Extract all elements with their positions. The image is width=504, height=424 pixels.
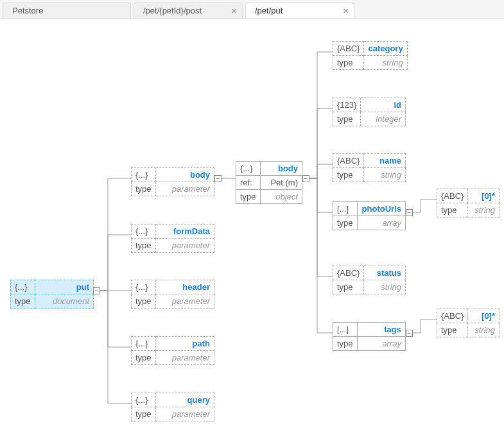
row-val: array	[358, 337, 406, 351]
node-tags[interactable]: [...]tags typearray	[333, 322, 406, 351]
toggle-icon[interactable]: −	[406, 330, 413, 337]
type-icon: {...}	[132, 393, 156, 407]
row-key: type	[333, 56, 364, 70]
row-key: type	[333, 112, 361, 126]
close-icon[interactable]: ×	[343, 3, 349, 19]
tab-label: /pet/put	[255, 6, 282, 15]
row-key: type	[132, 182, 156, 196]
toggle-icon[interactable]: −	[302, 175, 309, 182]
type-icon: {ABC}	[437, 189, 468, 203]
node-put[interactable]: {...}put typedocument	[10, 280, 94, 309]
node-param-query[interactable]: {...}query typeparameter	[131, 393, 214, 421]
type-icon: {...}	[132, 225, 156, 239]
node-name: status	[364, 266, 406, 280]
toggle-icon[interactable]: −	[93, 287, 100, 294]
toggle-icon[interactable]: −	[406, 209, 413, 216]
node-name: query	[156, 393, 214, 407]
type-icon: {ABC}	[437, 309, 468, 323]
row-val: object	[261, 190, 302, 204]
row-val: parameter	[156, 182, 214, 196]
node-category[interactable]: {ABC}category typestring	[333, 41, 406, 70]
node-body[interactable]: {...}body ref:Pet (m) typeobject	[236, 161, 302, 204]
tab-root[interactable]: Petstore	[3, 3, 131, 18]
node-name: put	[35, 280, 94, 294]
node-status[interactable]: {ABC}status typestring	[333, 266, 406, 294]
row-val: array	[358, 216, 406, 230]
type-icon: {...}	[132, 337, 156, 351]
tab-label: Petstore	[12, 6, 43, 15]
row-val: string	[468, 323, 500, 337]
connectors	[0, 19, 504, 424]
type-icon: {...}	[11, 280, 35, 294]
row-val: parameter	[156, 351, 214, 365]
type-icon: {...}	[236, 162, 261, 176]
node-id[interactable]: {123}id typeinteger	[333, 98, 406, 126]
type-icon: {...}	[132, 280, 156, 294]
node-name-field[interactable]: {ABC}name typestring	[333, 153, 406, 182]
node-name: body	[156, 168, 214, 182]
node-photourls[interactable]: [...]photoUrls typearray	[333, 201, 406, 230]
node-name: tags	[358, 323, 406, 337]
node-photourls-item[interactable]: {ABC}[0]* typestring	[437, 189, 500, 217]
row-val: string	[468, 203, 500, 217]
row-key: type	[333, 337, 358, 351]
type-icon: {ABC}	[333, 266, 364, 280]
node-name: body	[261, 162, 302, 176]
node-name: photoUrls	[358, 202, 406, 216]
node-name: [0]*	[468, 189, 500, 203]
node-param-formdata[interactable]: {...}formData typeparameter	[131, 224, 214, 253]
row-val: parameter	[156, 239, 214, 253]
row-val: Pet (m)	[261, 176, 302, 190]
row-val: string	[364, 168, 406, 182]
node-name: name	[364, 154, 406, 168]
row-val: document	[35, 294, 94, 309]
row-key: type	[437, 323, 468, 337]
row-val: parameter	[156, 407, 214, 421]
type-icon: [...]	[333, 202, 358, 216]
row-key: type	[132, 407, 156, 421]
row-key: type	[236, 190, 261, 204]
tab-inactive[interactable]: /pet/{petId}/post ×	[134, 3, 243, 18]
tab-bar: Petstore /pet/{petId}/post × /pet/put ×	[0, 0, 504, 19]
row-key: ref:	[236, 176, 261, 190]
node-name: category	[364, 42, 407, 56]
node-name: header	[156, 280, 214, 294]
type-icon: {...}	[132, 168, 156, 182]
tab-active[interactable]: /pet/put ×	[245, 3, 354, 18]
row-key: type	[333, 216, 358, 230]
row-key: type	[333, 168, 364, 182]
node-param-body[interactable]: {...}body typeparameter	[131, 167, 214, 196]
node-name: id	[361, 98, 406, 112]
row-key: type	[132, 239, 156, 253]
row-val: string	[364, 56, 407, 70]
tab-label: /pet/{petId}/post	[143, 6, 202, 15]
row-key: type	[11, 294, 35, 309]
row-key: type	[437, 203, 468, 217]
node-param-header[interactable]: {...}header typeparameter	[131, 280, 214, 309]
row-val: parameter	[156, 294, 214, 309]
node-param-path[interactable]: {...}path typeparameter	[131, 336, 214, 365]
close-icon[interactable]: ×	[231, 3, 237, 19]
type-icon: [...]	[333, 323, 358, 337]
toggle-icon[interactable]: −	[214, 175, 222, 182]
diagram-canvas: {...}put typedocument − {...}body typepa…	[0, 19, 504, 424]
node-name: path	[156, 337, 214, 351]
type-icon: {ABC}	[333, 154, 364, 168]
row-val: integer	[361, 112, 406, 126]
type-icon: {123}	[333, 98, 361, 112]
node-name: [0]*	[468, 309, 500, 323]
row-key: type	[132, 294, 156, 309]
node-name: formData	[156, 225, 214, 239]
node-tags-item[interactable]: {ABC}[0]* typestring	[437, 309, 500, 337]
row-val: string	[364, 280, 406, 294]
type-icon: {ABC}	[333, 42, 364, 56]
row-key: type	[333, 280, 364, 294]
row-key: type	[132, 351, 156, 365]
